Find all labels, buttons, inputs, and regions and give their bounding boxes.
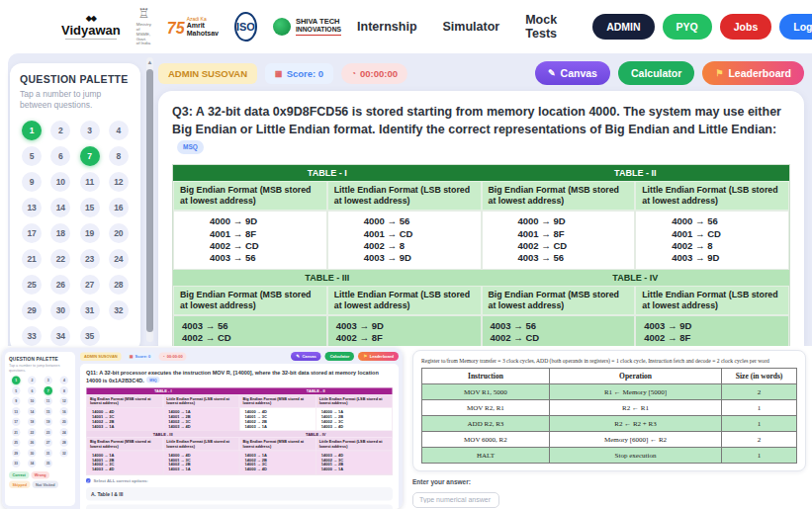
shiva-tech-logo: SHIVA TECH INNOVATIONS bbox=[273, 18, 341, 36]
quiz-header-row: ADMIN SUSOVAN ▦ Score: 0 ◔ 00:00:00 ✎ Ca… bbox=[158, 61, 804, 85]
mini-palette-number[interactable]: 2 bbox=[28, 377, 37, 385]
mini-palette-number[interactable]: 30 bbox=[28, 449, 37, 458]
mini-palette-number[interactable]: 31 bbox=[44, 449, 52, 458]
mini-palette-number[interactable]: 16 bbox=[60, 407, 69, 416]
mini-palette-number[interactable]: 21 bbox=[12, 428, 21, 437]
palette-number[interactable]: 34 bbox=[50, 326, 70, 346]
mini-palette-number[interactable]: 7 bbox=[44, 386, 52, 395]
palette-number[interactable]: 9 bbox=[22, 172, 42, 192]
palette-number[interactable]: 12 bbox=[109, 172, 129, 192]
palette-number[interactable]: 18 bbox=[50, 223, 70, 243]
mini-palette-number[interactable]: 4 bbox=[60, 377, 69, 385]
mini-palette-number[interactable]: 11 bbox=[44, 397, 52, 406]
palette-subtitle: Tap a number to jump between questions. bbox=[20, 89, 131, 112]
mini-palette-number[interactable]: 20 bbox=[60, 418, 69, 427]
mini-palette-number[interactable]: 8 bbox=[60, 386, 69, 395]
palette-number[interactable]: 32 bbox=[109, 300, 129, 320]
mini-palette-number[interactable]: 5 bbox=[12, 386, 21, 395]
mini-palette-number[interactable]: 14 bbox=[28, 407, 37, 416]
nav-link[interactable]: Simulator bbox=[443, 13, 500, 41]
palette-number[interactable]: 33 bbox=[22, 326, 42, 346]
scrollbar-thumb[interactable] bbox=[146, 69, 153, 332]
palette-number[interactable]: 7 bbox=[80, 146, 100, 166]
palette-number[interactable]: 25 bbox=[22, 275, 42, 295]
nav-link[interactable]: Internship bbox=[357, 13, 416, 41]
palette-number[interactable]: 11 bbox=[80, 172, 100, 192]
palette-number[interactable]: 6 bbox=[50, 146, 70, 166]
header-action-button[interactable]: Jobs bbox=[720, 14, 772, 40]
answer-option[interactable]: B. Table III & IV bbox=[86, 504, 393, 509]
palette-number[interactable]: 15 bbox=[80, 198, 100, 217]
timer-text: 00:00:00 bbox=[360, 68, 398, 79]
mini-palette-number[interactable]: 3 bbox=[44, 377, 52, 385]
mini-palette-number[interactable]: 25 bbox=[12, 439, 21, 448]
vidyawan-name: Vidyawan bbox=[61, 24, 121, 37]
mini-palette-number[interactable]: 32 bbox=[60, 449, 69, 458]
palette-number[interactable]: 22 bbox=[50, 249, 70, 269]
palette-number[interactable]: 16 bbox=[109, 198, 129, 217]
palette-number[interactable]: 2 bbox=[50, 121, 70, 140]
mini-select-all-checkbox[interactable]: ✓ bbox=[86, 478, 91, 483]
scroll-up-icon[interactable]: ▲ bbox=[146, 57, 153, 67]
mini-palette-number[interactable]: 27 bbox=[44, 439, 52, 448]
palette-number[interactable]: 23 bbox=[80, 249, 100, 269]
palette-number[interactable]: 4 bbox=[109, 121, 129, 140]
vertical-scrollbar[interactable]: ▲ bbox=[146, 57, 153, 342]
mini-palette-number[interactable]: 9 bbox=[12, 397, 21, 406]
palette-number[interactable]: 17 bbox=[22, 223, 42, 243]
palette-number[interactable]: 13 bbox=[22, 198, 42, 217]
palette-number[interactable]: 14 bbox=[50, 198, 70, 217]
mini-palette-number[interactable]: 10 bbox=[28, 397, 37, 406]
palette-number[interactable]: 28 bbox=[109, 275, 129, 295]
canvas-button[interactable]: ✎ Canvas bbox=[535, 61, 610, 85]
mini-canvas-button[interactable]: ✎ Canvas bbox=[291, 352, 321, 361]
question-text: Q3: A 32-bit data 0x9D8FCD56 is stored s… bbox=[172, 103, 790, 156]
mini-palette-number[interactable]: 22 bbox=[28, 428, 37, 437]
header-action-button[interactable]: PYQ bbox=[663, 14, 712, 40]
mini-palette-number[interactable]: 15 bbox=[44, 407, 52, 416]
mini-palette-number[interactable]: 35 bbox=[44, 460, 52, 468]
answer-input[interactable] bbox=[412, 492, 499, 508]
pencil-icon: ✎ bbox=[548, 68, 556, 78]
mini-palette-number[interactable]: 13 bbox=[12, 407, 21, 416]
calculator-button[interactable]: Calculator bbox=[618, 61, 694, 85]
palette-number[interactable]: 29 bbox=[22, 300, 42, 320]
palette-number[interactable]: 35 bbox=[80, 326, 100, 346]
answer-option[interactable]: A. Table I & III bbox=[86, 487, 393, 501]
mini-palette-number[interactable]: 12 bbox=[60, 397, 69, 406]
mini-palette-number[interactable]: 1 bbox=[12, 377, 21, 385]
mini-palette-number[interactable]: 17 bbox=[12, 418, 21, 427]
palette-number[interactable]: 27 bbox=[80, 275, 100, 295]
palette-number[interactable]: 10 bbox=[50, 172, 70, 192]
mini-palette-number[interactable]: 28 bbox=[60, 439, 69, 448]
mini-palette-number[interactable]: 18 bbox=[28, 418, 37, 427]
palette-number[interactable]: 3 bbox=[80, 121, 100, 140]
mini-calculator-button[interactable]: Calculator bbox=[325, 352, 355, 361]
palette-number[interactable]: 26 bbox=[50, 275, 70, 295]
mini-palette-number[interactable]: 26 bbox=[28, 439, 37, 448]
nav-link[interactable]: Mock Tests bbox=[525, 13, 557, 41]
mini-palette-number[interactable]: 34 bbox=[28, 460, 37, 468]
mini-palette-number[interactable]: 23 bbox=[44, 428, 52, 437]
palette-number[interactable]: 30 bbox=[50, 300, 70, 320]
header-action-button[interactable]: Logout bbox=[779, 14, 812, 40]
palette-number[interactable]: 5 bbox=[22, 146, 42, 166]
mini-leaderboard-button[interactable]: ⚑ Leaderboard bbox=[358, 352, 399, 361]
pencil-icon: ✎ bbox=[296, 354, 300, 359]
palette-number[interactable]: 8 bbox=[109, 146, 129, 166]
mini-palette-number[interactable]: 19 bbox=[44, 418, 52, 427]
mini-palette-number[interactable]: 33 bbox=[12, 460, 21, 468]
palette-number[interactable]: 24 bbox=[109, 249, 129, 269]
table-3-title: TABLE - III bbox=[173, 270, 482, 286]
mini-palette-number[interactable]: 29 bbox=[12, 449, 21, 458]
palette-number[interactable]: 31 bbox=[80, 300, 100, 320]
palette-number[interactable]: 19 bbox=[80, 223, 100, 243]
header-action-button[interactable]: ADMIN bbox=[592, 14, 654, 40]
leaderboard-button[interactable]: ⚑ Leaderboard bbox=[702, 61, 804, 85]
mini-palette-number[interactable]: 24 bbox=[60, 428, 69, 437]
palette-number[interactable]: 20 bbox=[109, 223, 129, 243]
mini-palette-number[interactable]: 6 bbox=[28, 386, 37, 395]
palette-number[interactable]: 1 bbox=[22, 121, 42, 140]
palette-number[interactable]: 21 bbox=[22, 249, 42, 269]
big-endian-header: Big Endian Format (MSB stored at lowest … bbox=[482, 286, 636, 315]
